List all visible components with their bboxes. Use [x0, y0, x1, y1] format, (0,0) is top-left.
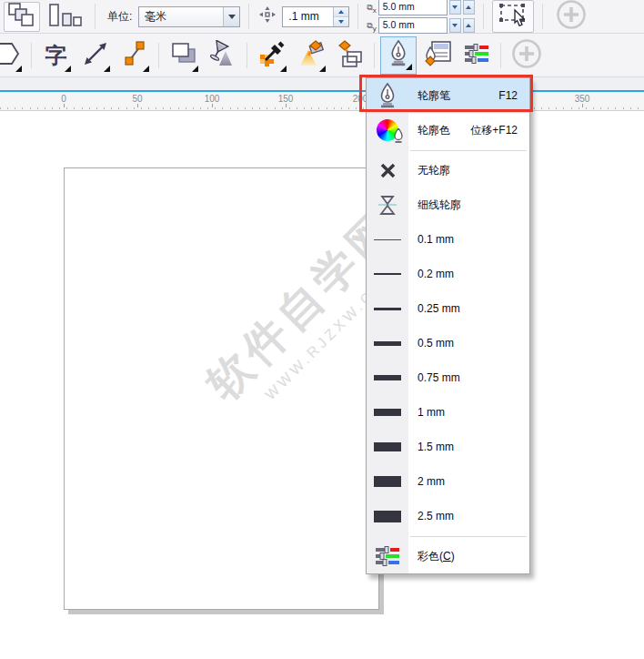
menu-item-width-0.1mm[interactable]: 0.1 mm: [367, 222, 529, 257]
menu-separator: [367, 147, 529, 153]
menu-item-color[interactable]: 彩色(C): [367, 539, 529, 573]
menu-item-label: 2.5 mm: [418, 510, 454, 522]
line-sample-icon: [367, 341, 408, 346]
menu-item-width-0.75mm[interactable]: 0.75 mm: [367, 360, 529, 395]
arrow-down-icon: [338, 20, 344, 24]
menu-item-width-2mm[interactable]: 2 mm: [367, 464, 529, 499]
transparency-tool-icon: [208, 40, 237, 71]
menu-item-no-outline[interactable]: 无轮廓: [367, 153, 529, 188]
separator: [500, 43, 501, 68]
smart-fill-tool-button[interactable]: [331, 35, 368, 76]
flyout-arrow-icon: [15, 66, 22, 72]
menu-item-label: 0.2 mm: [418, 268, 454, 280]
separator: [247, 43, 247, 68]
menu-item-outline-pen[interactable]: 轮廓笔 F12: [367, 78, 529, 113]
hairline-icon: [367, 195, 408, 216]
arrow-down-icon: [452, 24, 458, 27]
spin-down-button[interactable]: [334, 17, 348, 26]
separator: [357, 4, 358, 29]
customize-add-button[interactable]: [551, 0, 591, 35]
menu-item-outline-color[interactable]: 轮廓色 位移+F12: [367, 113, 529, 147]
outline-pen-tool-button[interactable]: [380, 36, 417, 75]
separator: [542, 4, 543, 29]
line-sample-icon: [367, 511, 408, 522]
menu-item-label: 1 mm: [418, 406, 445, 419]
color-settings-button[interactable]: [458, 35, 495, 76]
drop-shadow-tool-button[interactable]: [165, 35, 202, 76]
duplicate-x-icon: ⧉x: [367, 3, 376, 13]
rgb-sliders-icon: [367, 546, 408, 566]
color-eyedropper-tool-button[interactable]: [253, 35, 290, 76]
menu-item-label: 轮廓笔: [418, 88, 450, 104]
pen-nib-icon: [367, 83, 408, 108]
line-sample-icon: [367, 476, 408, 487]
menu-item-hairline[interactable]: 细线轮廓: [367, 188, 529, 222]
basic-shapes-tool-button[interactable]: [0, 35, 25, 76]
flyout-arrow-icon: [319, 66, 326, 72]
menu-item-width-1.5mm[interactable]: 1.5 mm: [367, 430, 529, 464]
connector-tool-button[interactable]: [116, 35, 153, 76]
page-sorter-icon: [48, 3, 83, 31]
overlapping-pages-icon: [8, 3, 35, 31]
color-wheel-icon: [367, 119, 408, 141]
combo-arrow-button[interactable]: [223, 7, 239, 26]
window-edge-strip: [0, 77, 644, 90]
duplicate-x-down-button[interactable]: [449, 0, 461, 15]
page-sorter-button[interactable]: [45, 3, 86, 31]
interactive-fill-tool-button[interactable]: [292, 35, 329, 76]
units-label: 单位:: [107, 9, 132, 25]
ruler-tick-label: 150: [278, 94, 294, 104]
cyan-guide-line: [0, 90, 644, 92]
text-tool-icon: 字: [45, 45, 67, 66]
toolbox-add-button[interactable]: [507, 35, 547, 76]
ruler-tick-label: 0: [61, 94, 66, 104]
ruler-tick-label: 50: [132, 94, 142, 104]
nudge-distance-field[interactable]: .1 mm: [282, 6, 349, 27]
menu-item-width-0.5mm[interactable]: 0.5 mm: [367, 326, 529, 360]
menu-item-label: 0.1 mm: [418, 233, 454, 246]
nudge-distance-value: .1 mm: [283, 7, 333, 26]
arrow-down-icon: [452, 5, 458, 9]
text-tool-button[interactable]: 字: [37, 35, 75, 76]
property-bar: 单位: 毫米 .1 mm ⧉x 5.0: [0, 0, 644, 34]
ruler-tick-label: 100: [205, 94, 220, 104]
duplicate-x-up-button[interactable]: [463, 0, 475, 15]
units-value: 毫米: [139, 9, 223, 25]
plus-circle-icon: [555, 0, 588, 35]
ruler-minor-ticks: [0, 107, 644, 109]
spin-up-button[interactable]: [334, 7, 348, 17]
transparency-tool-button[interactable]: [204, 35, 241, 76]
duplicate-y-up-button[interactable]: [463, 18, 475, 33]
outline-dialog-icon: [423, 40, 452, 71]
outline-dialog-button[interactable]: [418, 35, 456, 76]
horizontal-ruler: 0 50 100 150 200 250 300 350: [0, 92, 644, 111]
flyout-arrow-icon: [143, 66, 149, 72]
duplicate-y-field[interactable]: 5.0 mm: [378, 17, 448, 34]
menu-item-width-0.25mm[interactable]: 0.25 mm: [367, 291, 529, 326]
line-sample-icon: [367, 375, 408, 380]
menu-item-width-1mm[interactable]: 1 mm: [367, 395, 529, 430]
menu-item-label: 0.75 mm: [418, 371, 460, 384]
duplicate-x-field[interactable]: 5.0 mm: [378, 0, 448, 15]
arrow-up-icon: [466, 24, 471, 27]
arrow-up-icon: [466, 5, 471, 9]
menu-item-shortcut: F12: [498, 89, 518, 102]
overlapping-pages-button[interactable]: [4, 2, 40, 32]
duplicate-y-down-button[interactable]: [449, 18, 461, 33]
pick-tool-icon: [498, 3, 528, 30]
nudge-distance-icon: [259, 6, 276, 26]
menu-item-label: 2 mm: [418, 475, 445, 488]
dimension-tool-button[interactable]: [76, 35, 114, 76]
line-sample-icon: [367, 239, 408, 240]
line-sample-icon: [367, 409, 408, 416]
menu-item-width-2.5mm[interactable]: 2.5 mm: [367, 499, 529, 533]
units-combobox[interactable]: 毫米: [138, 6, 240, 27]
menu-item-width-0.2mm[interactable]: 0.2 mm: [367, 257, 529, 291]
app-window: 单位: 毫米 .1 mm ⧉x 5.0: [0, 0, 644, 659]
no-outline-x-icon: [367, 162, 408, 179]
menu-item-label: 彩色(C): [418, 549, 455, 564]
drawing-page: [64, 167, 379, 610]
pick-tool-button[interactable]: [492, 0, 534, 33]
menu-item-label: 0.25 mm: [418, 302, 460, 315]
menu-item-label: 轮廓色: [418, 123, 450, 138]
